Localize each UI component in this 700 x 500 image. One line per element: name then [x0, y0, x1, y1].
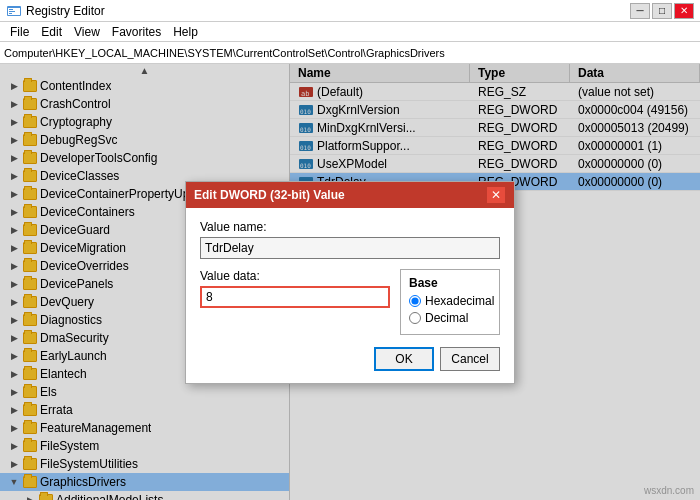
app-icon [6, 3, 22, 19]
svg-rect-2 [9, 9, 13, 10]
cancel-button[interactable]: Cancel [440, 347, 500, 371]
menu-bar: File Edit View Favorites Help [0, 22, 700, 42]
dialog-titlebar: Edit DWORD (32-bit) Value ✕ [186, 182, 514, 208]
edit-dword-dialog: Edit DWORD (32-bit) Value ✕ Value name: … [185, 181, 515, 384]
dialog-data-left: Value data: [200, 269, 390, 335]
window-controls: ─ □ ✕ [630, 3, 694, 19]
radio-hexadecimal[interactable] [409, 295, 421, 307]
radio-hex-row: Hexadecimal [409, 294, 491, 308]
main-content: ▲ ▶ ContentIndex ▶ CrashControl ▶ Crypto… [0, 64, 700, 500]
value-name-label: Value name: [200, 220, 500, 234]
menu-file[interactable]: File [4, 24, 35, 40]
dialog-close-button[interactable]: ✕ [486, 186, 506, 204]
base-group: Base Hexadecimal Decimal [400, 269, 500, 335]
radio-dec-label: Decimal [425, 311, 468, 325]
dialog-buttons: OK Cancel [200, 347, 500, 371]
dialog-overlay: Edit DWORD (32-bit) Value ✕ Value name: … [0, 64, 700, 500]
maximize-button[interactable]: □ [652, 3, 672, 19]
title-bar: Registry Editor ─ □ ✕ [0, 0, 700, 22]
svg-rect-4 [9, 13, 12, 14]
base-label: Base [409, 276, 491, 290]
radio-dec-row: Decimal [409, 311, 491, 325]
menu-view[interactable]: View [68, 24, 106, 40]
svg-rect-3 [9, 11, 15, 12]
app-title: Registry Editor [26, 4, 105, 18]
address-bar: Computer\HKEY_LOCAL_MACHINE\SYSTEM\Curre… [0, 42, 700, 64]
value-name-input[interactable] [200, 237, 500, 259]
dialog-title: Edit DWORD (32-bit) Value [194, 188, 486, 202]
close-button[interactable]: ✕ [674, 3, 694, 19]
radio-hex-label: Hexadecimal [425, 294, 494, 308]
minimize-button[interactable]: ─ [630, 3, 650, 19]
ok-button[interactable]: OK [374, 347, 434, 371]
value-data-input[interactable] [200, 286, 390, 308]
menu-edit[interactable]: Edit [35, 24, 68, 40]
address-path: Computer\HKEY_LOCAL_MACHINE\SYSTEM\Curre… [4, 47, 445, 59]
radio-decimal[interactable] [409, 312, 421, 324]
menu-favorites[interactable]: Favorites [106, 24, 167, 40]
dialog-body: Value name: Value data: Base Hexadecimal [186, 208, 514, 383]
dialog-data-row: Value data: Base Hexadecimal Decimal [200, 269, 500, 335]
value-data-label: Value data: [200, 269, 390, 283]
menu-help[interactable]: Help [167, 24, 204, 40]
